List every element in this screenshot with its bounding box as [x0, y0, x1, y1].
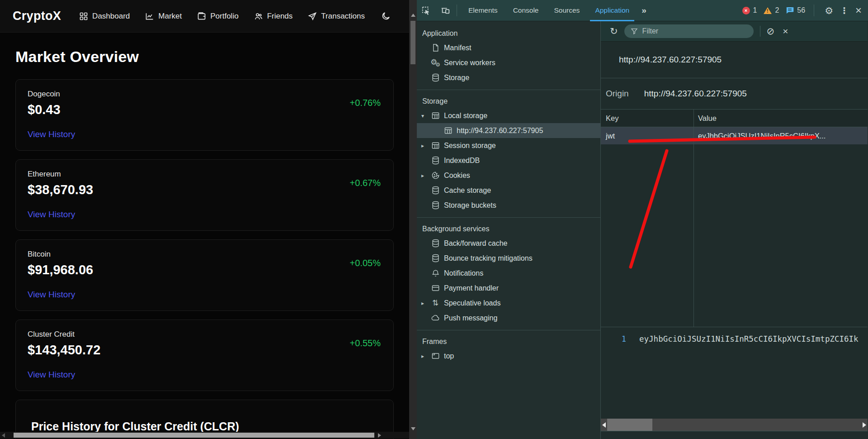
value-column-header[interactable]: Value — [693, 114, 717, 123]
tab-sources[interactable]: Sources — [547, 0, 588, 21]
price-history-heading: Price History for Cluster Credit (CLCR) — [31, 420, 382, 433]
sidebar-divider — [417, 330, 600, 330]
device-toolbar-button[interactable] — [436, 5, 455, 15]
warning-count-badge[interactable]: ! 2 — [764, 6, 779, 14]
nav-item-dashboard[interactable]: Dashboard — [79, 12, 130, 21]
storage-key: jwt — [601, 132, 693, 140]
triangle-right-icon[interactable]: ▸ — [417, 353, 429, 359]
preview-hscroll-thumb[interactable] — [607, 419, 652, 431]
triangle-right-icon[interactable]: ▸ — [417, 300, 429, 306]
sidebar-item-local-storage-origin[interactable]: http://94.237.60.227:57905 — [417, 123, 600, 138]
sidebar-item-notifications[interactable]: Notifications — [417, 266, 600, 281]
app-hscroll-thumb[interactable] — [14, 433, 374, 438]
tab-application[interactable]: Application — [587, 0, 637, 21]
storage-row-jwt[interactable]: jwt eyJhbGciOiJSUzI1NiIsInR5cCI6IkpX... — [601, 127, 868, 144]
view-history-link[interactable]: View History — [28, 370, 75, 380]
sidebar-item-storage-buckets[interactable]: Storage buckets — [417, 198, 600, 213]
ban-circle-icon: ⊘ — [767, 26, 775, 36]
dashboard-icon — [79, 12, 88, 21]
more-tabs-icon[interactable]: » — [637, 5, 651, 15]
devtools-tabbar-right: × 1 ! 2 56 ⚙ ⋮ × — [742, 5, 868, 16]
preview-separator — [601, 327, 868, 327]
close-icon: × — [783, 26, 788, 36]
theme-toggle-button[interactable] — [381, 11, 391, 21]
view-history-link[interactable]: View History — [28, 210, 75, 220]
tab-elements[interactable]: Elements — [461, 0, 505, 21]
coin-name: Cluster Credit — [28, 330, 382, 339]
inspect-cursor-icon — [421, 6, 431, 15]
sidebar-item-service-workers[interactable]: ⚙⚙ Service workers — [417, 55, 600, 70]
local-storage-view: http://94.237.60.227:57905 Origin http:/… — [601, 42, 868, 439]
gear-icon: ⚙ — [825, 5, 833, 16]
sidebar-item-bounce-tracking[interactable]: Bounce tracking mitigations — [417, 251, 600, 266]
devtools-panel: Elements Console Sources Application » ×… — [417, 0, 868, 439]
crypto-app-window: CryptoX Dashboard Market Portfolio Frien… — [0, 0, 409, 439]
app-horizontal-scrollbar[interactable] — [0, 432, 409, 439]
sidebar-item-storage[interactable]: Storage — [417, 70, 600, 85]
sidebar-item-cookies[interactable]: ▸ Cookies — [417, 168, 600, 183]
clear-storage-button[interactable]: ⊘ — [767, 26, 775, 37]
scroll-right-arrow-icon[interactable] — [378, 433, 381, 438]
devtools-menu-button[interactable]: ⋮ — [840, 6, 849, 15]
tab-console[interactable]: Console — [505, 0, 547, 21]
coin-name: Dogecoin — [28, 90, 382, 99]
app-vscroll-thumb[interactable] — [410, 21, 415, 64]
coin-price: $143,450.72 — [28, 343, 382, 358]
sidebar-item-back-forward-cache[interactable]: Back/forward cache — [417, 236, 600, 251]
triangle-right-icon[interactable]: ▸ — [417, 143, 429, 149]
origin-row: Origin http://94.237.60.227:57905 — [601, 78, 868, 110]
view-history-link[interactable]: View History — [28, 129, 75, 139]
sidebar-item-speculative-loads[interactable]: ▸ ⇅ Speculative loads — [417, 296, 600, 310]
scroll-right-arrow-icon[interactable] — [863, 422, 866, 428]
market-icon — [145, 12, 154, 21]
refresh-button[interactable]: ↻ — [610, 26, 618, 37]
nav-label: Transactions — [321, 12, 365, 21]
column-divider[interactable] — [693, 110, 694, 327]
sidebar-divider — [417, 217, 600, 218]
scroll-down-arrow-icon[interactable] — [411, 427, 415, 430]
nav-label: Dashboard — [92, 12, 130, 21]
coin-price: $38,670.93 — [28, 182, 382, 197]
error-count-badge[interactable]: × 1 — [742, 6, 757, 14]
issues-count-badge[interactable]: 56 — [786, 6, 805, 14]
value-preview-line: 1 eyJhbGciOiJSUzI1NiIsInR5cCI6IkpXVCIsIm… — [601, 330, 868, 348]
bell-icon — [429, 269, 442, 277]
storage-url-header: http://94.237.60.227:57905 — [601, 42, 868, 78]
page-title: Market Overview — [15, 48, 394, 66]
inspect-element-button[interactable] — [417, 6, 436, 15]
sidebar-item-top-frame[interactable]: ▸ top — [417, 348, 600, 363]
filter-input[interactable]: Filter — [624, 24, 754, 38]
settings-button[interactable]: ⚙ — [825, 6, 833, 15]
database-icon — [429, 73, 442, 82]
sidebar-item-cache-storage[interactable]: Cache storage — [417, 183, 600, 198]
sidebar-item-indexeddb[interactable]: IndexedDB — [417, 153, 600, 168]
database-icon — [429, 156, 442, 165]
sidebar-item-manifest[interactable]: Manifest — [417, 40, 600, 55]
nav-item-friends[interactable]: Friends — [254, 12, 293, 21]
issues-count: 56 — [797, 6, 805, 14]
view-history-link[interactable]: View History — [28, 290, 75, 300]
preview-horizontal-scrollbar[interactable] — [601, 419, 868, 431]
sidebar-item-push-messaging[interactable]: Push messaging — [417, 310, 600, 325]
sidebar-item-local-storage[interactable]: ▾ Local storage — [417, 108, 600, 123]
scroll-left-arrow-icon[interactable] — [602, 422, 606, 428]
sidebar-item-payment-handler[interactable]: Payment handler — [417, 281, 600, 296]
nav-item-transactions[interactable]: Transactions — [308, 12, 365, 21]
key-column-header[interactable]: Key — [601, 114, 693, 123]
close-devtools-button[interactable]: × — [855, 5, 862, 16]
delete-selected-button[interactable]: × — [783, 26, 788, 37]
scroll-left-arrow-icon[interactable] — [2, 433, 5, 438]
scroll-up-arrow-icon[interactable] — [411, 14, 415, 17]
nav-item-portfolio[interactable]: Portfolio — [197, 12, 238, 21]
cookie-icon — [429, 171, 442, 180]
app-logo[interactable]: CryptoX — [13, 9, 61, 23]
sidebar-divider — [417, 90, 600, 90]
triangle-right-icon[interactable]: ▸ — [417, 172, 429, 179]
toolbar-separator — [814, 5, 814, 16]
sidebar-item-session-storage[interactable]: ▸ Session storage — [417, 138, 600, 153]
storage-table-header: Key Value — [601, 110, 868, 127]
triangle-down-icon[interactable]: ▾ — [417, 113, 429, 119]
nav-item-market[interactable]: Market — [145, 12, 182, 21]
section-title-background-services: Background services — [417, 222, 600, 236]
app-vertical-scrollbar[interactable] — [409, 0, 417, 439]
